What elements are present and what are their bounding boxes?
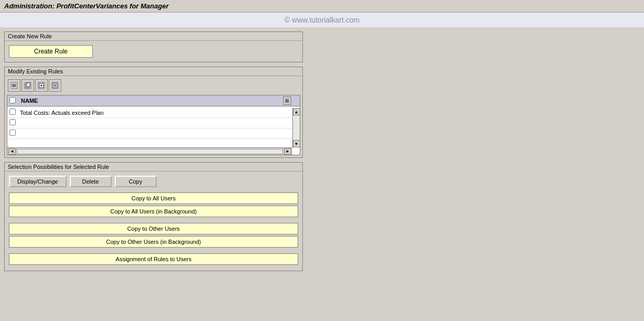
- copy-to-all-users-button[interactable]: Copy to All Users: [9, 192, 298, 204]
- delete-button[interactable]: Delete: [70, 176, 112, 187]
- scroll-up-arrow[interactable]: ▲: [293, 108, 300, 115]
- scroll-left-arrow[interactable]: ◄: [8, 148, 16, 155]
- table-row: [7, 118, 292, 129]
- watermark-bar: © www.tutorialkart.com: [0, 13, 644, 27]
- toolbar-btn-1[interactable]: [8, 79, 20, 92]
- scroll-right-arrow[interactable]: ►: [284, 148, 291, 155]
- modify-existing-rules-header: Modify Existing Rules: [5, 67, 302, 76]
- top-action-buttons: Display/Change Delete Copy: [9, 176, 298, 187]
- copy-to-other-users-group: Copy to Other Users Copy to Other Users …: [9, 223, 298, 249]
- table-row[interactable]: Total Costs: Actuals exceed Plan: [7, 108, 292, 118]
- toolbar-btn-3[interactable]: [35, 79, 48, 92]
- title-bar: Administration: ProfitCenterVariances fo…: [0, 0, 644, 13]
- copy-button[interactable]: Copy: [115, 176, 157, 187]
- modify-existing-rules-label: Modify Existing Rules: [8, 68, 63, 74]
- rules-toolbar: [7, 78, 300, 93]
- row-checkbox[interactable]: [9, 130, 16, 136]
- selection-possibilities-label: Selection Possibilities for Selected Rul…: [8, 164, 109, 170]
- svg-rect-0: [11, 82, 17, 89]
- scroll-track-h[interactable]: [17, 149, 283, 154]
- table-row: [7, 129, 292, 139]
- row-name-1: Total Costs: Actuals exceed Plan: [20, 110, 290, 116]
- copy-to-all-users-group: Copy to All Users Copy to All Users (in …: [9, 192, 298, 219]
- copy-to-all-users-bg-button[interactable]: Copy to All Users (in Background): [9, 206, 298, 217]
- vertical-scrollbar[interactable]: ▲ ▼: [292, 108, 300, 147]
- row-checkbox[interactable]: [9, 119, 16, 125]
- name-column-header: NAME: [21, 98, 38, 104]
- title-text: Administration: ProfitCenterVariances fo…: [4, 2, 169, 10]
- display-change-button[interactable]: Display/Change: [9, 176, 67, 187]
- toolbar-btn-2[interactable]: [21, 79, 34, 92]
- selection-possibilities-panel: Selection Possibilities for Selected Rul…: [4, 162, 303, 271]
- create-rule-button[interactable]: Create Rule: [9, 45, 93, 58]
- select-all-checkbox[interactable]: [9, 97, 16, 103]
- copy-to-other-users-bg-button[interactable]: Copy to Other Users (in Background): [9, 236, 298, 248]
- copy-to-other-users-button[interactable]: Copy to Other Users: [9, 223, 298, 234]
- selection-possibilities-header: Selection Possibilities for Selected Rul…: [5, 163, 302, 172]
- create-new-rule-label: Create New Rule: [8, 33, 52, 39]
- assignment-rules-group: Assignment of Rules to Users: [9, 253, 298, 266]
- svg-rect-3: [27, 83, 30, 87]
- create-new-rule-header: Create New Rule: [5, 32, 302, 41]
- row-checkbox[interactable]: [9, 109, 16, 115]
- assignment-rules-button[interactable]: Assignment of Rules to Users: [9, 253, 298, 265]
- create-new-rule-panel: Create New Rule Create Rule: [4, 31, 303, 62]
- column-resize-btn[interactable]: ⊞: [283, 97, 291, 105]
- modify-existing-rules-panel: Modify Existing Rules: [4, 67, 303, 158]
- scroll-down-arrow[interactable]: ▼: [293, 140, 300, 147]
- watermark-text: © www.tutorialkart.com: [285, 16, 359, 24]
- toolbar-btn-4[interactable]: [49, 79, 61, 92]
- scroll-track-v[interactable]: [293, 115, 300, 140]
